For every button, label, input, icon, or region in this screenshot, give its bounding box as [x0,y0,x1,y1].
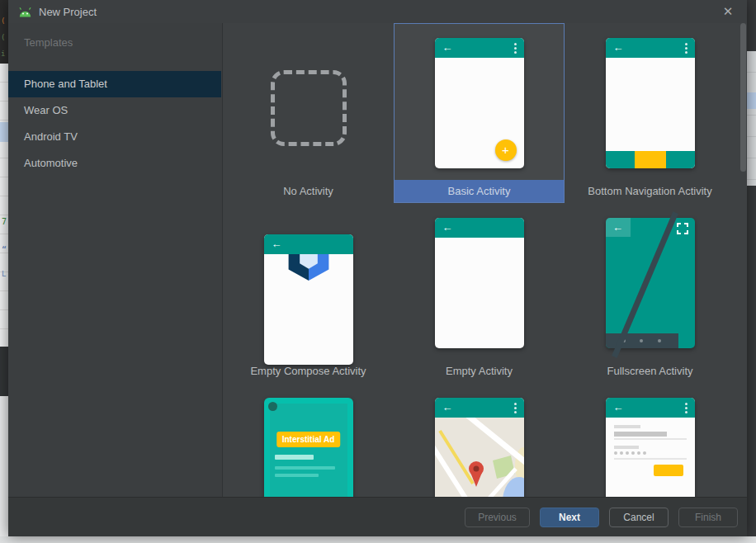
input-underline [614,458,687,460]
background-statusbar-strip [0,536,756,543]
template-tile-google-admob-ads-activity[interactable]: Interstitial Ad [223,383,394,497]
template-tile-empty-activity[interactable]: ← Empty Activity [394,203,565,383]
kebab-menu-icon [685,43,687,55]
background-panel-strip [747,51,756,186]
templates-sidebar: Templates Phone and Tablet Wear OS Andro… [8,23,223,497]
fab-icon: + [495,139,517,161]
teal-appbar: ← [435,398,524,418]
background-editor-strip: ( ( i [0,0,8,64]
previous-button[interactable]: Previous [465,508,530,527]
template-tile-bottom-navigation-activity[interactable]: ← Bottom Navigation Activity [565,23,735,203]
back-arrow-icon: ← [272,234,282,254]
phone-mockup: ← + [435,38,524,168]
teal-appbar: ← [264,234,353,254]
phone-mockup: ← [606,38,695,168]
text-placeholder-line [275,455,314,460]
background-selected-row [0,122,8,142]
kebab-menu-icon [685,403,687,415]
input-placeholder [614,432,667,437]
next-button[interactable]: Next [540,508,599,527]
back-arrow-icon: ← [613,398,624,418]
phone-mockup: ← [606,218,695,348]
background-gutter-strip [0,347,8,396]
phone-mockup: ← [435,398,524,497]
background-text-fragment: “ [2,245,7,254]
selected-template-label: Basic Activity [395,180,564,202]
input-underline [614,438,687,440]
phone-mockup: ← [606,398,695,497]
back-arrow-icon: ← [442,218,453,238]
field-label-placeholder [614,446,639,449]
finish-button[interactable]: Finish [678,508,738,527]
background-strip [747,186,756,536]
teal-appbar: ← [606,398,695,418]
template-label: Bottom Navigation Activity [565,185,735,197]
sidebar-item-wear-os[interactable]: Wear OS [8,97,221,124]
sidebar-item-android-tv[interactable]: Android TV [8,124,221,150]
bottom-navigation-bar [606,151,695,168]
background-strip [747,0,756,51]
dialog-titlebar: New Project ✕ [8,0,747,23]
close-icon[interactable]: ✕ [720,3,736,20]
template-label: Empty Compose Activity [223,365,394,377]
sidebar-section-label: Templates [24,36,73,49]
template-label: No Activity [223,185,394,197]
teal-appbar: ← [435,38,524,58]
template-tile-basic-activity[interactable]: ← + Basic Activity [394,23,565,203]
teal-appbar: ← [435,218,524,238]
ad-screen [270,404,347,497]
text-placeholder-line [275,466,335,470]
template-label: Empty Activity [394,365,565,377]
sidebar-list: Phone and Tablet Wear OS Android TV Auto… [8,71,221,177]
template-tile-fullscreen-activity[interactable]: ← Fullscreen Activity [565,203,735,383]
interstitial-ad-button: Interstitial Ad [276,432,341,447]
cancel-button[interactable]: Cancel [609,508,669,527]
new-project-dialog: New Project ✕ Templates Phone and Tablet… [8,0,747,536]
back-arrow-icon: ← [442,398,453,418]
background-text-fragment: 7 [2,217,7,226]
screen: ( ( i 7 “ L New Project ✕ Templates [0,0,756,543]
phone-mockup: ← [264,234,353,365]
template-tile-login-activity[interactable]: ← [565,383,735,497]
template-tile-empty-compose-activity[interactable]: ← Empty Compose Activity [223,203,394,383]
template-tile-google-maps-activity[interactable]: ← [394,383,565,497]
gallery-scrollbar[interactable] [740,23,746,172]
dialog-footer: Previous Next Cancel Finish [8,497,747,536]
sidebar-item-phone-and-tablet[interactable]: Phone and Tablet [8,71,221,97]
phone-mockup: Interstitial Ad [264,398,353,497]
phone-mockup: ← [435,218,524,348]
background-text-fragment: L [2,270,6,278]
back-arrow-icon: ← [606,218,631,237]
teal-appbar: ← [606,38,695,58]
map-preview [435,418,524,497]
login-button-placeholder [654,465,683,476]
sidebar-item-automotive[interactable]: Automotive [8,150,221,177]
kebab-menu-icon [514,43,517,55]
template-gallery: No Activity ← + Basic Activity ← [223,23,747,497]
dialog-title: New Project [39,6,97,18]
background-selected-row [747,92,756,109]
back-arrow-icon: ← [442,38,453,58]
background-panel-strip: 7 “ L [0,64,8,347]
camera-dot-icon [268,402,277,411]
android-icon [18,7,32,17]
background-panel-strip [0,396,8,536]
template-tile-no-activity[interactable]: No Activity [223,23,394,203]
password-dots [614,451,646,455]
fullscreen-expand-icon [677,223,688,234]
field-label-placeholder [614,425,640,428]
back-arrow-icon: ← [613,38,624,58]
no-activity-icon [271,70,347,146]
template-label: Fullscreen Activity [565,365,735,377]
kebab-menu-icon [514,403,517,415]
text-placeholder-line [275,474,319,477]
